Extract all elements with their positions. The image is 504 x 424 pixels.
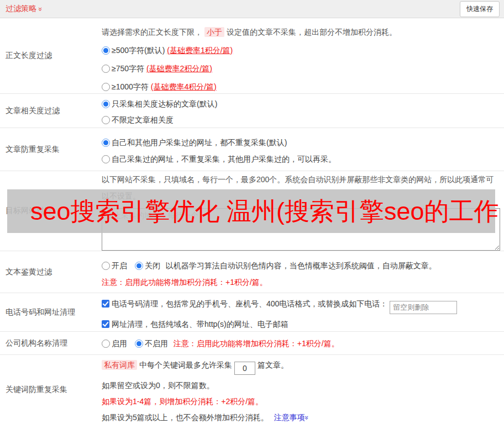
- intro-pre: 请选择需求的正文长度下限，: [102, 28, 202, 36]
- highlight-less-than: 小于: [204, 27, 224, 37]
- option-label: 自己和其他用户采集过的网址，都不重复采集(默认): [112, 138, 287, 147]
- option-relevance-any[interactable]: 不限定文章相关度: [102, 114, 504, 125]
- intro-post: 设定值的文章不采集，超出部分不增加积分消耗。: [227, 28, 397, 36]
- option-dedup-all-users[interactable]: 自己和其他用户采集过的网址，都不重复采集(默认): [102, 137, 504, 148]
- checkbox-phone-cleanup[interactable]: [102, 300, 109, 308]
- quick-save-button[interactable]: 快速保存: [460, 1, 500, 17]
- option-label: 电话号码清理，包括常见的手机号、座机号、400电话格式，或替换成如下电话：: [112, 299, 387, 308]
- radio-porn-on[interactable]: [102, 262, 110, 270]
- option-label: ≥750字符: [112, 64, 144, 73]
- row-label-article-dedup: 文章防重复采集: [0, 128, 102, 171]
- option-500-fee-note: (基础费率1积分/篇): [167, 46, 233, 55]
- replacement-phone-input[interactable]: [390, 301, 457, 314]
- chevron-down-icon: »: [37, 7, 44, 10]
- option-500-chars[interactable]: ≥500字符(默认) (基础费率1积分/篇): [102, 45, 504, 56]
- option-porn-off[interactable]: 关闭: [135, 261, 160, 270]
- option-label: ≥1000字符: [112, 82, 149, 91]
- radio-500-chars[interactable]: [102, 46, 110, 55]
- row-porn-filter: 文本鉴黄过滤 开启 关闭 以机器学习算法自动识别色情内容，当色情概率达到系统阈值…: [0, 251, 504, 293]
- radio-relevance-any[interactable]: [102, 116, 110, 124]
- row-relevance-filter: 文章相关度过滤 只采集相关度达标的文章(默认) 不限定文章相关度: [0, 94, 504, 128]
- radio-company-off[interactable]: [135, 340, 143, 348]
- option-company-off[interactable]: 不启用: [135, 339, 168, 348]
- company-cleanup-warning: 注意：启用此功能将增加积分消耗：+1积分/篇。: [174, 339, 339, 348]
- max-articles-input[interactable]: [234, 362, 255, 375]
- option-label: 不启用: [145, 339, 168, 348]
- page-title-text: 过滤策略: [6, 4, 36, 14]
- content-length-intro: 请选择需求的正文长度下限，小于设定值的文章不采集，超出部分不增加积分消耗。: [102, 26, 504, 38]
- ad-overlay-banner: seo搜索引擎优化 温州(搜索引擎seo的工作: [7, 189, 495, 233]
- chevron-down-icon: »: [303, 416, 311, 420]
- radio-relevance-strict[interactable]: [102, 100, 110, 108]
- row-phone-url-cleanup: 电话号码和网址清理 电话号码清理，包括常见的手机号、座机号、400电话格式，或替…: [0, 293, 504, 332]
- row-label-porn-filter: 文本鉴黄过滤: [0, 251, 102, 293]
- ad-overlay-text: seo搜索引擎优化 温州(搜索引擎seo的工作: [30, 199, 499, 224]
- row-article-dedup: 文章防重复采集 自己和其他用户采集过的网址，都不重复采集(默认) 自己采集过的网…: [0, 128, 504, 171]
- radio-porn-off[interactable]: [135, 262, 143, 270]
- radio-750-chars[interactable]: [102, 65, 110, 73]
- phone-cleanup-option[interactable]: 电话号码清理，包括常见的手机号、座机号、400电话格式，或替换成如下电话：: [102, 297, 504, 314]
- keyword-dedup-line3: 如果设为1-4篇，则增加积分消耗：+2积分/篇。: [102, 396, 504, 407]
- option-label: 启用: [112, 339, 127, 348]
- option-label: 关闭: [145, 261, 160, 270]
- radio-1000-chars[interactable]: [102, 83, 110, 91]
- line1-post: 篇文章。: [258, 361, 288, 369]
- row-company-cleanup: 公司机构名称清理 启用 不启用 注意：启用此功能将增加积分消耗：+1积分/篇。: [0, 332, 504, 355]
- row-label-content-length: 正文长度过滤: [0, 18, 102, 93]
- row-label-phone-url: 电话号码和网址清理: [0, 293, 102, 331]
- row-label-relevance: 文章相关度过滤: [0, 94, 102, 128]
- row-label-company-cleanup: 公司机构名称清理: [0, 332, 102, 354]
- porn-filter-options: 开启 关闭 以机器学习算法自动识别色情内容，当色情概率达到系统阈值，自动屏蔽文章…: [102, 260, 504, 271]
- keyword-dedup-line1: 私有词库中每个关键词最多允许采集篇文章。: [102, 358, 504, 375]
- option-porn-on[interactable]: 开启: [102, 261, 127, 270]
- option-dedup-self-only[interactable]: 自己采集过的网址，不重复采集，其他用户采集过的，可以再采。: [102, 153, 504, 165]
- option-1000-chars[interactable]: ≥1000字符 (基础费率4积分/篇): [102, 81, 504, 92]
- option-label: 自己采集过的网址，不重复采集，其他用户采集过的，可以再采。: [112, 155, 336, 163]
- option-company-on[interactable]: 启用: [102, 339, 127, 348]
- topbar: 过滤策略 » 快速保存: [0, 0, 504, 18]
- option-750-chars[interactable]: ≥750字符 (基础费率2积分/篇): [102, 63, 504, 74]
- porn-filter-description: 以机器学习算法自动识别色情内容，当色情概率达到系统阈值，自动屏蔽文章。: [166, 261, 437, 270]
- option-label: ≥500字符(默认): [112, 46, 165, 55]
- row-keyword-dedup: 关键词防重复采集 私有词库中每个关键词最多允许采集篇文章。 如果留空或设为0，则…: [0, 355, 504, 424]
- notes-link-text: 注意事项: [274, 413, 305, 422]
- line4-text: 如果设为5篇或以上，也不会额外增加积分消耗。: [102, 413, 269, 422]
- porn-filter-warning: 注意：启用此功能将增加积分消耗：+1积分/篇。: [102, 277, 504, 288]
- row-content-length-filter: 正文长度过滤 请选择需求的正文长度下限，小于设定值的文章不采集，超出部分不增加积…: [0, 18, 504, 94]
- target-site-intro-line1: 以下网站不采集，只填域名，每行一个，最多200个。系统会自动识别并屏蔽那些非文章…: [102, 174, 504, 185]
- radio-company-on[interactable]: [102, 340, 110, 348]
- checkbox-url-cleanup[interactable]: [102, 320, 109, 328]
- filter-strategy-page: 过滤策略 » 快速保存 正文长度过滤 请选择需求的正文长度下限，小于设定值的文章…: [0, 0, 504, 424]
- radio-dedup-all-users[interactable]: [102, 139, 110, 147]
- option-label: 不限定文章相关度: [112, 115, 174, 124]
- keyword-dedup-line2: 如果留空或设为0，则不限篇数。: [102, 380, 504, 391]
- option-label: 只采集相关度达标的文章(默认): [112, 99, 217, 108]
- url-cleanup-option[interactable]: 网址清理，包括纯域名、带http(s)的网址、电子邮箱: [102, 319, 504, 330]
- option-label: 开启: [112, 261, 127, 270]
- option-label: 网址清理，包括纯域名、带http(s)的网址、电子邮箱: [112, 320, 288, 328]
- option-relevance-strict[interactable]: 只采集相关度达标的文章(默认): [102, 98, 504, 109]
- line1-mid: 中每个关键词最多允许采集: [139, 361, 232, 369]
- notes-link[interactable]: 注意事项»: [274, 413, 309, 422]
- option-1000-fee-note: (基础费率4积分/篇): [151, 82, 217, 91]
- keyword-dedup-line4: 如果设为5篇或以上，也不会额外增加积分消耗。 注意事项»: [102, 412, 504, 423]
- radio-dedup-self-only[interactable]: [102, 155, 110, 163]
- row-label-keyword-dedup: 关键词防重复采集: [0, 355, 102, 424]
- option-750-fee-note: (基础费率2积分/篇): [146, 64, 212, 73]
- private-lexicon-tag: 私有词库: [102, 360, 137, 370]
- company-cleanup-options: 启用 不启用 注意：启用此功能将增加积分消耗：+1积分/篇。: [102, 338, 504, 349]
- page-title[interactable]: 过滤策略 »: [6, 4, 43, 14]
